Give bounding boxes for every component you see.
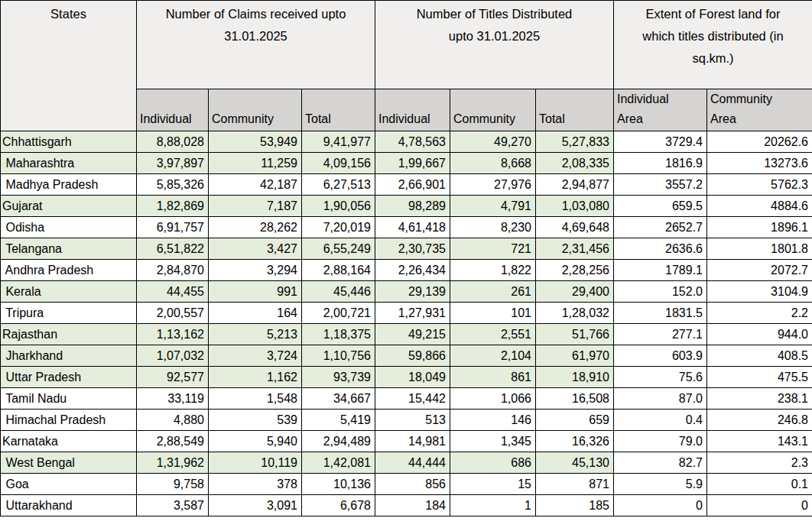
titles-individual-cell: 98,289 [375, 196, 450, 217]
individual-area-cell: 277.1 [614, 324, 707, 345]
titles-community-cell: 1,345 [450, 431, 536, 452]
states-header: States [1, 1, 137, 131]
state-cell: Telangana [1, 238, 137, 260]
individual-area-cell: 0 [614, 495, 707, 516]
individual-area-cell: 0.4 [614, 410, 707, 431]
community-area-cell: 0 [707, 495, 812, 516]
claims-individual-cell: 8,88,028 [137, 131, 209, 153]
community-area-cell: 2072.7 [707, 260, 812, 281]
community-area-cell: 13273.6 [707, 153, 812, 174]
claims-individual-header: Individual [137, 89, 209, 131]
state-cell: Uttarakhand [1, 495, 137, 516]
table-row: Odisha 6,91,757 28,262 7,20,019 4,61,418… [1, 217, 812, 238]
individual-area-cell: 1789.1 [614, 260, 707, 281]
claims-community-cell: 5,213 [209, 324, 302, 345]
table-row: Rajasthan 1,13,162 5,213 1,18,375 49,215… [1, 324, 812, 345]
titles-total-cell: 51,766 [536, 324, 614, 345]
community-area-cell: 2.3 [707, 452, 812, 474]
titles-individual-cell: 184 [375, 495, 450, 516]
claims-individual-cell: 9,758 [137, 474, 209, 495]
community-area-cell: 20262.6 [707, 131, 812, 153]
titles-total-cell: 2,31,456 [536, 238, 614, 260]
table-row: Kerala 44,455 991 45,446 29,139 261 29,4… [1, 281, 812, 303]
table-row: Tripura 2,00,557 164 2,00,721 1,27,931 1… [1, 303, 812, 324]
table-row: West Bengal 1,31,962 10,119 1,42,081 44,… [1, 452, 812, 474]
claims-community-cell: 11,259 [209, 153, 302, 174]
claims-community-cell: 3,294 [209, 260, 302, 281]
community-area-cell: 246.8 [707, 410, 812, 431]
individual-area-cell: 603.9 [614, 345, 707, 367]
claims-individual-cell: 1,31,962 [137, 452, 209, 474]
claims-total-cell: 6,678 [302, 495, 375, 516]
titles-total-cell: 185 [536, 495, 614, 516]
table-row: Karnataka 2,88,549 5,940 2,94,489 14,981… [1, 431, 812, 452]
individual-area-cell: 5.9 [614, 474, 707, 495]
titles-community-cell: 27,976 [450, 174, 536, 196]
header-group-row: States Number of Claims received upto 31… [1, 1, 812, 89]
claims-total-cell: 9,41,977 [302, 131, 375, 153]
community-area-header: Community Area [707, 89, 812, 131]
titles-individual-cell: 2,30,735 [375, 238, 450, 260]
state-cell: Karnataka [1, 431, 137, 452]
claims-total-cell: 1,10,756 [302, 345, 375, 367]
claims-total-header: Total [302, 89, 375, 131]
titles-total-cell: 2,28,256 [536, 260, 614, 281]
claims-total-cell: 1,42,081 [302, 452, 375, 474]
claims-total-cell: 2,00,721 [302, 303, 375, 324]
claims-total-cell: 1,90,056 [302, 196, 375, 217]
claims-individual-cell: 2,00,557 [137, 303, 209, 324]
individual-area-cell: 152.0 [614, 281, 707, 303]
claims-total-cell: 2,88,164 [302, 260, 375, 281]
individual-area-cell: 75.6 [614, 367, 707, 388]
table-row: Andhra Pradesh 2,84,870 3,294 2,88,164 2… [1, 260, 812, 281]
titles-individual-cell: 44,444 [375, 452, 450, 474]
claims-community-cell: 42,187 [209, 174, 302, 196]
state-cell: Andhra Pradesh [1, 260, 137, 281]
titles-community-cell: 15 [450, 474, 536, 495]
titles-group-header: Number of Titles Distributed upto 31.01.… [375, 1, 614, 89]
state-cell: Tripura [1, 303, 137, 324]
state-cell: Rajasthan [1, 324, 137, 345]
state-cell: Himachal Pradesh [1, 410, 137, 431]
community-area-cell: 5762.3 [707, 174, 812, 196]
individual-area-cell: 79.0 [614, 431, 707, 452]
titles-community-header: Community [450, 89, 536, 131]
titles-total-cell: 2,08,335 [536, 153, 614, 174]
titles-total-cell: 5,27,833 [536, 131, 614, 153]
claims-individual-cell: 6,51,822 [137, 238, 209, 260]
individual-area-cell: 2652.7 [614, 217, 707, 238]
titles-individual-cell: 18,049 [375, 367, 450, 388]
claims-total-cell: 34,667 [302, 388, 375, 410]
titles-community-cell: 721 [450, 238, 536, 260]
claims-total-cell: 6,55,249 [302, 238, 375, 260]
state-cell: Uttar Pradesh [1, 367, 137, 388]
claims-total-cell: 45,446 [302, 281, 375, 303]
titles-individual-cell: 2,26,434 [375, 260, 450, 281]
claims-community-cell: 378 [209, 474, 302, 495]
titles-individual-cell: 29,139 [375, 281, 450, 303]
claims-community-cell: 1,162 [209, 367, 302, 388]
table-row: Himachal Pradesh 4,880 539 5,419 513 146… [1, 410, 812, 431]
claims-individual-cell: 2,88,549 [137, 431, 209, 452]
titles-community-cell: 861 [450, 367, 536, 388]
individual-area-header: Individual Area [614, 89, 707, 131]
titles-individual-cell: 59,866 [375, 345, 450, 367]
claims-total-cell: 1,18,375 [302, 324, 375, 345]
state-cell: Chhattisgarh [1, 131, 137, 153]
community-area-cell: 4884.6 [707, 196, 812, 217]
titles-community-cell: 8,668 [450, 153, 536, 174]
titles-community-cell: 2,551 [450, 324, 536, 345]
titles-total-cell: 16,326 [536, 431, 614, 452]
state-cell: Madhya Pradesh [1, 174, 137, 196]
titles-total-cell: 61,970 [536, 345, 614, 367]
claims-community-cell: 164 [209, 303, 302, 324]
table-row: Goa 9,758 378 10,136 856 15 871 5.9 0.1 [1, 474, 812, 495]
individual-area-cell: 3557.2 [614, 174, 707, 196]
titles-individual-cell: 1,99,667 [375, 153, 450, 174]
individual-area-cell: 3729.4 [614, 131, 707, 153]
table-row: Gujarat 1,82,869 7,187 1,90,056 98,289 4… [1, 196, 812, 217]
titles-individual-cell: 513 [375, 410, 450, 431]
titles-individual-cell: 2,66,901 [375, 174, 450, 196]
community-area-cell: 3104.9 [707, 281, 812, 303]
state-cell: Tamil Nadu [1, 388, 137, 410]
